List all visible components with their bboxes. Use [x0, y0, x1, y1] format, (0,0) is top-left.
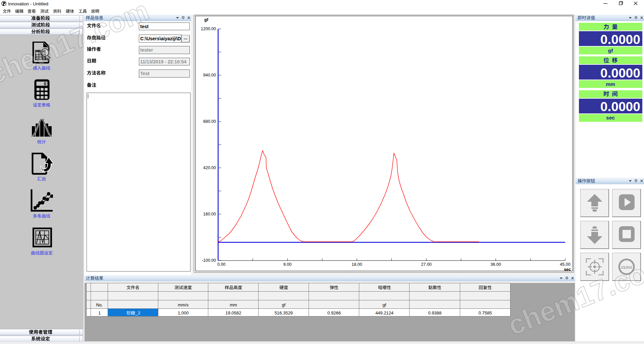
svg-text:ZERO: ZERO — [621, 265, 632, 269]
